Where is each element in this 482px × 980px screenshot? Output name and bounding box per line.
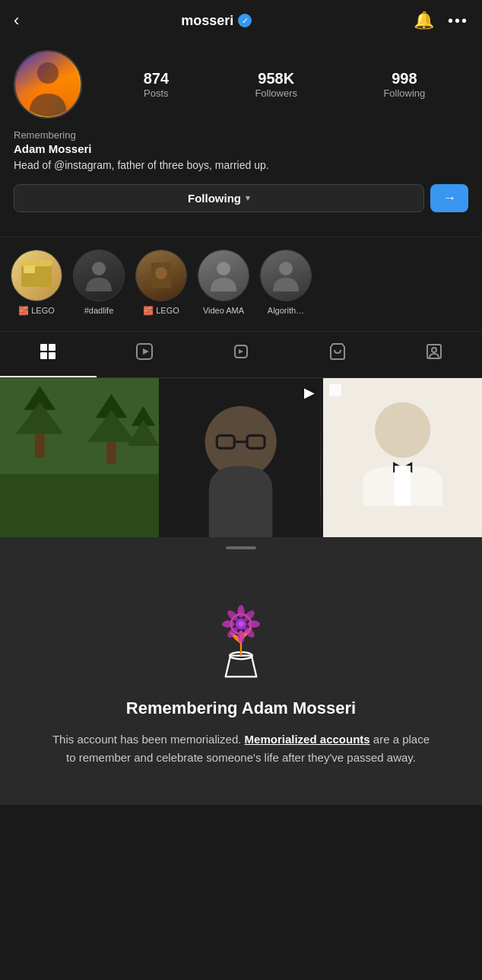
followers-count: 958K [255,70,297,88]
posts-stat[interactable]: 874 Posts [144,70,169,99]
tab-grid[interactable] [0,332,97,377]
following-button[interactable]: Following ▾ [14,184,424,212]
highlight-item[interactable]: 🧱 LEGO [11,250,62,316]
reels-overlay-icon: ▶ [304,384,315,401]
highlight-label: 🧱 LEGO [18,306,55,316]
tab-igtv[interactable] [193,332,290,377]
tab-shopping[interactable] [289,332,385,377]
memorial-text-before: This account has been memorialized. [52,733,245,746]
svg-point-6 [155,267,167,279]
svg-rect-18 [0,473,159,537]
photo-face-image [161,378,320,537]
memorial-text: This account has been memorialized. Memo… [51,730,431,767]
videoama-thumbnail [205,256,243,294]
highlight-circle [198,250,249,301]
chevron-down-icon: ▾ [246,193,250,203]
svg-rect-10 [49,344,55,351]
notification-icon[interactable]: 🔔 [414,11,434,30]
following-button-label: Following [188,192,241,205]
photo-cell[interactable] [323,378,482,537]
memorial-title: Remembering Adam Mosseri [126,698,356,718]
highlight-circle [73,250,125,301]
highlight-circle [11,250,62,301]
tab-bar [0,332,482,378]
bio-text: Head of @instagram, father of three boys… [14,158,468,173]
shopping-icon [328,342,347,365]
svg-rect-2 [21,260,52,266]
username-label: mosseri [181,13,233,29]
svg-rect-24 [106,441,116,463]
posts-count: 874 [144,70,169,88]
photo-grid: ▶ [0,378,482,537]
memorial-section: Remembering Adam Mosseri This account ha… [0,558,482,805]
action-buttons: Following ▾ → [14,184,468,212]
header-center: mosseri ✓ [181,13,252,29]
svg-point-8 [279,262,293,275]
remembering-label: Remembering [14,129,468,141]
photo-trees-image [0,378,159,537]
memorialized-accounts-link[interactable]: Memorialized accounts [245,733,370,746]
stats-container: 874 Posts 958K Followers 998 Following [100,70,468,99]
svg-point-33 [375,402,430,457]
photo-cell[interactable] [0,378,159,537]
igtv-icon [232,342,250,365]
app-header: ‹ mosseri ✓ 🔔 ••• [0,0,482,41]
svg-point-41 [237,630,244,643]
highlight-label: Video AMA [203,306,244,315]
algorithm-thumbnail [267,256,305,294]
svg-rect-11 [40,352,47,359]
svg-rect-21 [35,434,45,457]
message-icon: → [442,190,456,206]
svg-point-7 [217,262,230,275]
svg-point-16 [432,348,436,352]
tab-reels[interactable] [97,332,193,377]
profile-name: Adam Mosseri [14,142,468,155]
posts-label: Posts [144,88,169,99]
back-button[interactable]: ‹ [14,11,19,30]
avatar [14,50,82,119]
bio-section: Remembering Adam Mosseri Head of @instag… [14,129,468,173]
following-stat[interactable]: 998 Following [383,70,425,99]
svg-point-42 [222,620,235,627]
profile-section: 874 Posts 958K Followers 998 Following R… [0,41,482,237]
highlight-label: 🧱 LEGO [143,306,179,316]
highlights-section: 🧱 LEGO #dadlife [0,237,482,332]
photo-suit-image [323,378,482,537]
highlights-scroll: 🧱 LEGO #dadlife [0,243,482,322]
grid-icon [39,342,57,365]
svg-rect-9 [40,344,47,351]
avatar-container[interactable] [14,50,82,119]
svg-rect-36 [395,466,411,505]
highlight-label: Algorith… [268,306,304,315]
flower-icon [203,589,279,680]
svg-point-40 [237,605,244,618]
following-count: 998 [383,70,425,88]
more-icon[interactable]: ••• [448,12,468,30]
highlight-circle [135,250,187,301]
lego2-thumbnail [142,256,180,294]
highlight-item[interactable]: Video AMA [198,250,249,316]
highlight-item[interactable]: #dadlife [73,250,125,316]
scroll-bar [226,546,256,549]
highlight-item[interactable]: 🧱 LEGO [135,250,187,316]
highlight-item[interactable]: Algorith… [260,250,312,316]
svg-rect-3 [24,266,35,273]
svg-rect-12 [49,352,55,359]
lego-thumbnail [17,256,55,294]
tagged-icon [425,342,443,365]
scroll-indicator [0,537,482,558]
photo-checkbox [329,384,341,396]
followers-stat[interactable]: 958K Followers [255,70,297,99]
profile-top: 874 Posts 958K Followers 998 Following [14,50,468,119]
photo-cell[interactable]: ▶ [161,378,320,537]
svg-point-43 [247,620,260,627]
dadlife-thumbnail [80,256,118,294]
header-actions: 🔔 ••• [414,11,468,30]
svg-point-4 [92,262,106,275]
tab-tagged[interactable] [385,332,482,377]
avatar-inner [16,52,80,116]
reels-icon [135,342,154,365]
highlight-circle [260,250,312,301]
message-button[interactable]: → [430,184,468,212]
svg-point-49 [238,621,243,626]
